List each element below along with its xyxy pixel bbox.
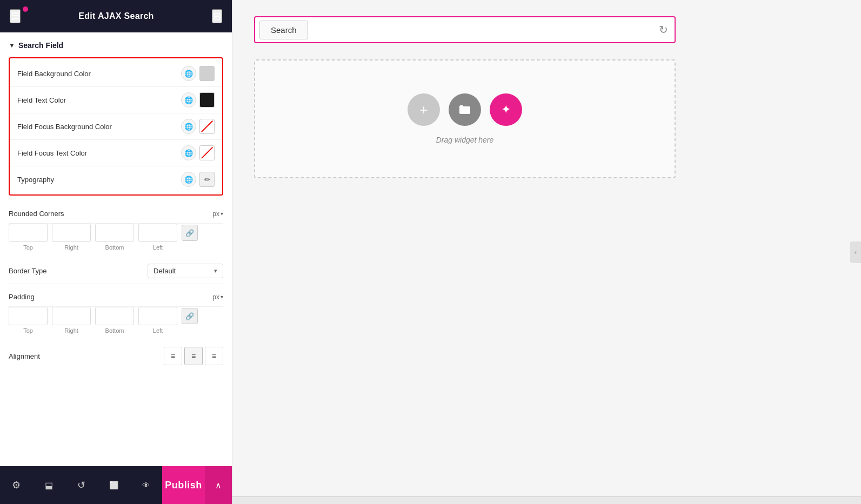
drop-zone[interactable]: + ✦ Drag widget here [254,59,676,178]
alignment-buttons: ≡ ≡ ≡ [164,347,223,365]
collapse-handle[interactable]: ‹ [850,241,861,263]
rounded-corners-unit[interactable]: px ▾ [212,210,223,218]
rounded-corners-bottom[interactable] [95,224,134,242]
search-label: Search [259,21,308,39]
folder-button[interactable] [449,93,481,126]
typography-controls: 🌐 ✏ [181,172,215,187]
align-right-button[interactable]: ≡ [205,347,223,365]
bordered-property-group: Field Background Color 🌐 Field Text Colo… [9,57,223,196]
section-arrow: ▼ [9,42,15,49]
drop-zone-text: Drag widget here [436,136,494,144]
horizontal-scrollbar[interactable] [232,496,861,504]
grid-button[interactable]: ⊞ [212,9,222,23]
rounded-corners-inputs: 🔗 [9,224,223,242]
chevron-up-button[interactable]: ∧ [205,466,232,504]
panel-header: ☰ Edit AJAX Search ⊞ [0,0,232,32]
align-left-button[interactable]: ≡ [164,347,182,365]
hamburger-button[interactable]: ☰ [10,9,21,23]
preview-top: Search ↻ [232,0,861,54]
field-text-color-controls: 🌐 [181,92,215,107]
padding-top[interactable] [9,307,48,325]
padding-left-label: Left [138,327,177,334]
align-center-button[interactable]: ≡ [184,347,203,365]
rounded-corners-top[interactable] [9,224,48,242]
add-widget-button[interactable]: + [408,93,440,126]
typography-globe[interactable]: 🌐 [181,172,196,187]
border-type-select[interactable]: Default ▾ [148,264,223,278]
dot-indicator [23,6,28,12]
field-focus-bg-color-label: Field Focus Background Color [17,123,112,131]
typography-label: Typography [17,176,54,184]
padding-top-label: Top [9,327,48,334]
history-button[interactable]: ↺ [65,466,97,504]
panel-content: ▼ Search Field Field Background Color 🌐 … [0,32,232,466]
rounded-corners-right[interactable] [52,224,91,242]
section-heading: ▼ Search Field [9,41,223,50]
padding-inputs: 🔗 [9,307,223,325]
rounded-corners-link[interactable]: 🔗 [182,225,198,241]
padding-row: Padding px ▾ [9,287,223,307]
rounded-corners-left[interactable] [138,224,177,242]
toolbar-icons-group: ⚙ ⬓ ↺ ⬜ 👁 [0,466,162,504]
layers-button[interactable]: ⬓ [32,466,65,504]
padding-unit[interactable]: px ▾ [212,293,223,301]
padding-link[interactable]: 🔗 [182,308,198,324]
typography-row: Typography 🌐 ✏ [10,166,222,192]
search-preview: Search ↻ [254,16,676,43]
padding-right[interactable] [52,307,91,325]
field-focus-bg-color-swatch[interactable] [199,119,215,134]
section-title: Search Field [18,41,63,50]
field-bg-color-row: Field Background Color 🌐 [10,61,222,87]
field-bg-color-globe[interactable]: 🌐 [181,66,196,81]
border-type-arrow: ▾ [214,267,217,274]
typography-pencil[interactable]: ✏ [199,172,215,187]
bottom-toolbar: ⚙ ⬓ ↺ ⬜ 👁 Publish ∧ [0,466,232,504]
rounded-corners-row: Rounded Corners px ▾ [9,204,223,224]
padding-bottom[interactable] [95,307,134,325]
rounded-top-label: Top [9,244,48,251]
padding-labels: Top Right Bottom Left [9,327,223,334]
alignment-row: Alignment ≡ ≡ ≡ [9,341,223,371]
rounded-bottom-label: Bottom [95,244,134,251]
rounded-right-label: Right [52,244,91,251]
padding-label: Padding [9,293,35,301]
field-focus-bg-color-controls: 🌐 [181,119,215,134]
rounded-corners-label: Rounded Corners [9,210,64,218]
field-text-color-label: Field Text Color [17,96,66,104]
border-type-label: Border Type [9,267,47,275]
sparkle-button[interactable]: ✦ [490,93,522,126]
field-bg-color-label: Field Background Color [17,70,91,78]
left-panel: ☰ Edit AJAX Search ⊞ ▼ Search Field Fiel… [0,0,232,504]
field-bg-color-swatch[interactable] [199,66,215,81]
preview-button[interactable]: 👁 [130,466,162,504]
field-focus-text-color-swatch[interactable] [199,145,215,160]
responsive-button[interactable]: ⬜ [97,466,130,504]
field-focus-text-color-controls: 🌐 [181,145,215,160]
border-type-row: Border Type Default ▾ [9,258,223,284]
rounded-left-label: Left [138,244,177,251]
field-focus-text-color-row: Field Focus Text Color 🌐 [10,140,222,166]
field-focus-text-color-label: Field Focus Text Color [17,149,87,157]
field-focus-bg-color-globe[interactable]: 🌐 [181,119,196,134]
field-text-color-globe[interactable]: 🌐 [181,92,196,107]
field-bg-color-controls: 🌐 [181,66,215,81]
field-text-color-row: Field Text Color 🌐 [10,87,222,113]
alignment-label: Alignment [9,352,40,360]
field-text-color-swatch[interactable] [199,92,215,107]
settings-button[interactable]: ⚙ [0,466,32,504]
rounded-corners-labels: Top Right Bottom Left [9,244,223,251]
main-area: Search ↻ + ✦ Drag widget here ‹ [232,0,861,504]
search-input-area[interactable] [311,17,659,42]
padding-right-label: Right [52,327,91,334]
page-title: Edit AJAX Search [78,11,153,21]
drop-zone-buttons: + ✦ [408,93,522,126]
padding-bottom-label: Bottom [95,327,134,334]
spinner-icon: ↻ [659,23,668,36]
padding-left[interactable] [138,307,177,325]
field-focus-bg-color-row: Field Focus Background Color 🌐 [10,113,222,140]
publish-button[interactable]: Publish [162,466,205,504]
field-focus-text-color-globe[interactable]: 🌐 [181,145,196,160]
